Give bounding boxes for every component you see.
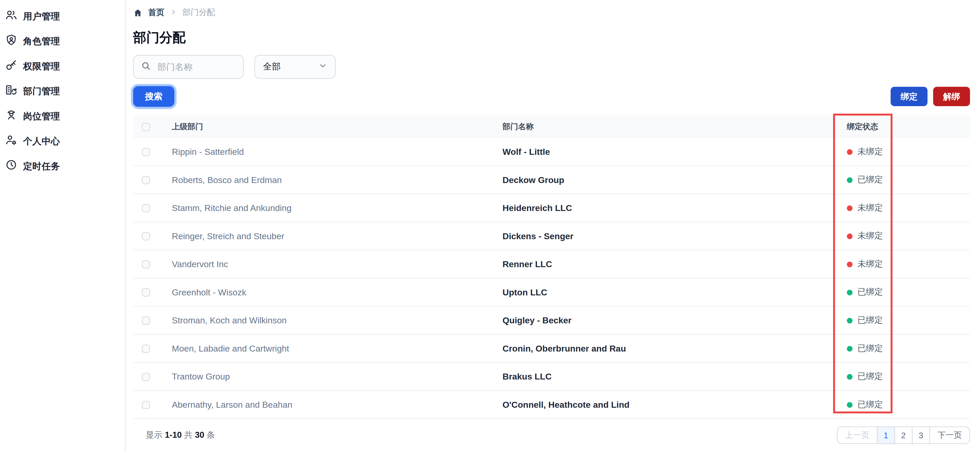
status-label: 已绑定: [858, 287, 883, 298]
breadcrumb-current: 部门分配: [183, 7, 215, 18]
status-dot-icon: [847, 289, 853, 295]
status-dot-icon: [847, 402, 853, 408]
binding-status-cell: 已绑定: [847, 174, 970, 186]
select-value: 全部: [263, 61, 281, 72]
sidebar-item-department-management[interactable]: 部门管理: [0, 79, 125, 103]
table-header-row: 上级部门 部门名称 绑定状态: [133, 116, 970, 138]
sidebar-item-label: 用户管理: [23, 10, 60, 22]
key-icon: [5, 59, 18, 74]
search-button[interactable]: 搜索: [133, 86, 174, 107]
department-name-cell: Heidenreich LLC: [503, 203, 847, 213]
row-checkbox[interactable]: [142, 344, 150, 352]
sidebar-item-label: 角色管理: [23, 35, 60, 47]
binding-status-cell: 已绑定: [847, 343, 970, 354]
parent-department-cell: Moen, Labadie and Cartwright: [172, 344, 503, 354]
parent-department-cell: Stroman, Koch and Wilkinson: [172, 315, 503, 325]
action-bar: 搜索 绑定 解绑: [133, 86, 970, 107]
status-dot-icon: [847, 177, 853, 183]
parent-department-cell: Vandervort Inc: [172, 259, 503, 269]
page-button-1[interactable]: 1: [877, 427, 894, 444]
app-window: 用户管理 角色管理 权限管理 部门管理 岗位管理 个人中心 定时任务: [0, 0, 980, 452]
status-label: 已绑定: [858, 174, 883, 186]
next-page-button[interactable]: 下一页: [929, 427, 969, 444]
page-button-2[interactable]: 2: [894, 427, 912, 444]
search-input[interactable]: [156, 61, 236, 72]
table-row[interactable]: Stroman, Koch and Wilkinson Quigley - Be…: [133, 306, 970, 335]
bind-button[interactable]: 绑定: [891, 87, 928, 106]
sidebar-item-label: 权限管理: [23, 60, 60, 72]
table-body: Rippin - Satterfield Wolf - Little 未绑定 R…: [133, 138, 970, 419]
status-label: 已绑定: [858, 371, 883, 382]
search-icon: [141, 60, 151, 73]
department-name-cell: Renner LLC: [503, 259, 847, 269]
users-icon: [5, 9, 18, 24]
status-dot-icon: [847, 346, 853, 351]
breadcrumb-home[interactable]: 首页: [148, 7, 165, 18]
sidebar-item-position-management[interactable]: 岗位管理: [0, 103, 125, 128]
parent-department-cell: Trantow Group: [172, 371, 503, 382]
row-checkbox[interactable]: [142, 373, 150, 381]
parent-department-cell: Stamm, Ritchie and Ankunding: [172, 203, 503, 213]
row-checkbox[interactable]: [142, 147, 150, 155]
row-checkbox[interactable]: [142, 260, 150, 268]
position-icon: [5, 109, 18, 124]
table-footer: 显示 1-10 共 30 条 上一页 1 2 3 下一页: [133, 427, 970, 444]
row-checkbox[interactable]: [142, 400, 150, 409]
departments-table: 上级部门 部门名称 绑定状态 Rippin - Satterfield Wolf…: [133, 116, 970, 419]
department-name-cell: Deckow Group: [503, 175, 847, 185]
sidebar-item-role-management[interactable]: 角色管理: [0, 29, 125, 54]
department-icon: [5, 84, 18, 98]
status-label: 未绑定: [858, 259, 883, 270]
status-label: 已绑定: [858, 399, 883, 410]
status-label: 已绑定: [858, 343, 883, 354]
sidebar: 用户管理 角色管理 权限管理 部门管理 岗位管理 个人中心 定时任务: [0, 0, 126, 452]
row-checkbox[interactable]: [142, 204, 150, 212]
table-row[interactable]: Abernathy, Larson and Beahan O'Connell, …: [133, 391, 970, 419]
chevron-right-icon: [170, 7, 177, 18]
status-filter-select[interactable]: 全部: [255, 55, 336, 79]
table-row[interactable]: Vandervort Inc Renner LLC 未绑定: [133, 251, 970, 279]
table-row[interactable]: Rippin - Satterfield Wolf - Little 未绑定: [133, 138, 970, 166]
table-row[interactable]: Reinger, Streich and Steuber Dickens - S…: [133, 222, 970, 251]
summary-range: 1-10: [165, 430, 181, 439]
status-dot-icon: [847, 149, 853, 155]
status-dot-icon: [847, 205, 853, 211]
sidebar-item-user-management[interactable]: 用户管理: [0, 4, 125, 29]
summary-total: 30: [195, 430, 204, 439]
binding-status-cell: 已绑定: [847, 287, 970, 298]
sidebar-item-label: 个人中心: [23, 135, 60, 147]
status-label: 未绑定: [858, 230, 883, 241]
sidebar-item-personal-center[interactable]: 个人中心: [0, 128, 125, 154]
table-row[interactable]: Roberts, Bosco and Erdman Deckow Group 已…: [133, 166, 970, 194]
table-row[interactable]: Moen, Labadie and Cartwright Cronin, Obe…: [133, 335, 970, 363]
prev-page-button[interactable]: 上一页: [837, 427, 877, 444]
table-row[interactable]: Trantow Group Brakus LLC 已绑定: [133, 363, 970, 391]
parent-department-cell: Roberts, Bosco and Erdman: [172, 175, 503, 185]
unbind-button[interactable]: 解绑: [933, 87, 970, 106]
parent-department-cell: Abernathy, Larson and Beahan: [172, 400, 503, 410]
status-dot-icon: [847, 374, 853, 379]
binding-status-cell: 未绑定: [847, 230, 970, 241]
select-all-checkbox[interactable]: [142, 123, 150, 131]
table-row[interactable]: Stamm, Ritchie and Ankunding Heidenreich…: [133, 194, 970, 222]
status-dot-icon: [847, 261, 853, 267]
status-dot-icon: [847, 318, 853, 324]
filter-bar: 全部: [133, 55, 970, 79]
row-checkbox[interactable]: [142, 232, 150, 240]
sidebar-item-label: 定时任务: [23, 160, 60, 172]
row-checkbox[interactable]: [142, 316, 150, 324]
clock-icon: [5, 159, 18, 174]
sidebar-item-permission-management[interactable]: 权限管理: [0, 54, 125, 78]
table-row[interactable]: Greenholt - Wisozk Upton LLC 已绑定: [133, 279, 970, 307]
department-name-search-box[interactable]: [133, 55, 244, 79]
column-header-name: 部门名称: [503, 121, 847, 132]
row-checkbox[interactable]: [142, 176, 150, 184]
sidebar-item-label: 部门管理: [23, 85, 60, 97]
row-checkbox[interactable]: [142, 288, 150, 296]
sidebar-item-scheduled-tasks[interactable]: 定时任务: [0, 154, 125, 178]
parent-department-cell: Greenholt - Wisozk: [172, 287, 503, 297]
column-header-status: 绑定状态: [847, 121, 970, 132]
department-name-cell: Dickens - Senger: [503, 231, 847, 241]
page-button-3[interactable]: 3: [912, 427, 929, 444]
home-icon[interactable]: [133, 8, 143, 17]
